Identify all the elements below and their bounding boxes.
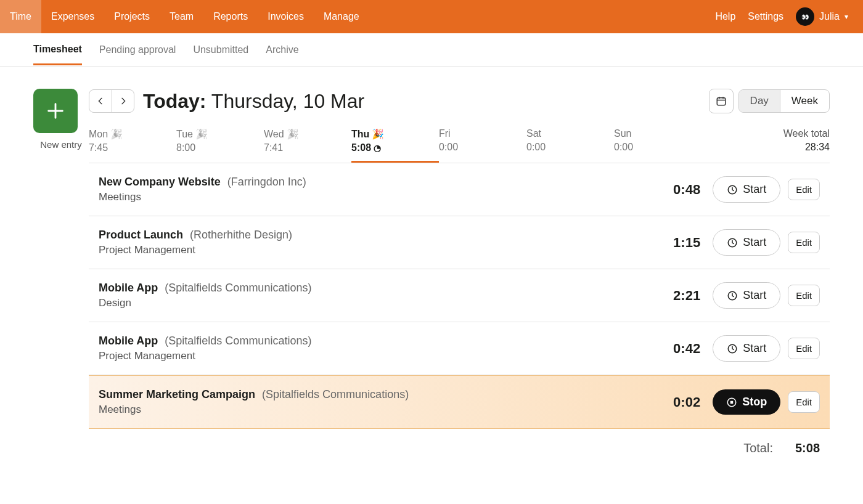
time-entry-row: Summer Marketing Campaign (Spitalfields … <box>89 375 830 429</box>
time-entry-row: New Company Website (Farringdon Inc) Mee… <box>89 163 830 216</box>
weekday-tabs: Mon🎉7:45Tue🎉8:00Wed🎉7:41Thu🎉5:08◔Fri0:00… <box>89 128 830 163</box>
sub-nav: TimesheetPending approvalUnsubmittedArch… <box>0 33 863 67</box>
day-total-row: Total: 5:08 <box>89 429 830 468</box>
confetti-icon: 🎉 <box>195 129 208 139</box>
start-timer-button[interactable]: Start <box>713 176 780 203</box>
calendar-button[interactable] <box>709 89 734 113</box>
entry-duration: 1:15 <box>657 235 700 251</box>
timer-icon: ◔ <box>374 143 381 153</box>
tab-timesheet[interactable]: Timesheet <box>33 34 82 65</box>
edit-entry-button[interactable]: Edit <box>788 391 820 413</box>
total-value: 5:08 <box>795 441 820 455</box>
clock-icon <box>727 184 738 195</box>
confetti-icon: 🎉 <box>287 129 299 139</box>
nav-item-projects[interactable]: Projects <box>104 0 160 33</box>
nav-item-invoices[interactable]: Invoices <box>258 0 314 33</box>
entry-project: Product Launch <box>99 229 183 241</box>
top-nav: TimeExpensesProjectsTeamReportsInvoicesM… <box>0 0 863 33</box>
entry-task: Meetings <box>99 191 657 203</box>
time-entry-row: Mobile App (Spitalfields Communications)… <box>89 269 830 322</box>
new-entry-label: New entry <box>33 139 89 150</box>
page-title: Today: Thursday, 10 Mar <box>143 90 364 113</box>
nav-item-time[interactable]: Time <box>0 0 41 33</box>
view-day-button[interactable]: Day <box>739 90 780 112</box>
entry-project: New Company Website <box>99 176 221 188</box>
entry-project: Mobile App <box>99 335 158 347</box>
clock-icon <box>727 237 738 248</box>
weekday-sat[interactable]: Sat0:00 <box>526 128 614 163</box>
nav-item-team[interactable]: Team <box>160 0 203 33</box>
stop-icon <box>726 397 737 408</box>
weekday-fri[interactable]: Fri0:00 <box>439 128 526 163</box>
entry-task: Project Management <box>99 350 657 362</box>
next-day-button[interactable] <box>112 90 134 112</box>
new-entry-button[interactable] <box>33 89 78 133</box>
nav-item-reports[interactable]: Reports <box>203 0 258 33</box>
user-name: Julia <box>819 11 840 22</box>
entry-duration: 0:42 <box>657 341 700 357</box>
edit-entry-button[interactable]: Edit <box>788 232 820 253</box>
edit-entry-button[interactable]: Edit <box>788 179 820 200</box>
entry-client: (Spitalfields Communications) <box>162 282 311 294</box>
tab-pending-approval[interactable]: Pending approval <box>99 35 176 65</box>
entry-client: (Farringdon Inc) <box>224 176 306 188</box>
svg-rect-0 <box>717 98 726 105</box>
help-link[interactable]: Help <box>715 11 735 22</box>
week-total: Week total28:34 <box>783 128 830 163</box>
time-entry-row: Product Launch (Rotherhithe Design) Proj… <box>89 216 830 269</box>
user-menu[interactable]: 👀 Julia ▾ <box>796 7 848 26</box>
view-week-button[interactable]: Week <box>780 90 829 112</box>
entry-task: Meetings <box>99 404 657 416</box>
entry-task: Project Management <box>99 244 657 256</box>
avatar: 👀 <box>796 7 814 26</box>
tab-unsubmitted[interactable]: Unsubmitted <box>193 35 248 65</box>
entry-duration: 0:02 <box>657 394 700 410</box>
calendar-icon <box>716 96 727 107</box>
view-toggle: Day Week <box>738 89 830 113</box>
start-timer-button[interactable]: Start <box>713 229 780 256</box>
entry-duration: 0:48 <box>657 182 700 198</box>
settings-link[interactable]: Settings <box>748 11 783 22</box>
nav-item-manage[interactable]: Manage <box>314 0 369 33</box>
start-timer-button[interactable]: Start <box>713 335 780 362</box>
weekday-tue[interactable]: Tue🎉8:00 <box>176 128 264 163</box>
time-entry-row: Mobile App (Spitalfields Communications)… <box>89 322 830 375</box>
entry-client: (Spitalfields Communications) <box>162 335 311 347</box>
total-label: Total: <box>743 441 773 455</box>
plus-icon <box>45 100 66 121</box>
clock-icon <box>727 290 738 301</box>
entry-project: Summer Marketing Campaign <box>99 388 255 400</box>
entry-task: Design <box>99 297 657 309</box>
svg-rect-6 <box>730 400 734 404</box>
entry-project: Mobile App <box>99 282 158 294</box>
entry-duration: 2:21 <box>657 288 700 304</box>
edit-entry-button[interactable]: Edit <box>788 338 820 359</box>
confetti-icon: 🎉 <box>110 129 123 139</box>
chevron-down-icon: ▾ <box>845 12 848 21</box>
weekday-wed[interactable]: Wed🎉7:41 <box>264 128 351 163</box>
date-nav-arrows <box>89 89 134 113</box>
confetti-icon: 🎉 <box>372 129 384 139</box>
weekday-sun[interactable]: Sun0:00 <box>614 128 701 163</box>
entry-client: (Rotherhithe Design) <box>187 229 292 241</box>
time-entries: New Company Website (Farringdon Inc) Mee… <box>89 163 830 429</box>
prev-day-button[interactable] <box>89 90 112 112</box>
weekday-mon[interactable]: Mon🎉7:45 <box>89 128 176 163</box>
date-row: Today: Thursday, 10 Mar Day Week <box>89 89 830 113</box>
tab-archive[interactable]: Archive <box>266 35 298 65</box>
weekday-thu[interactable]: Thu🎉5:08◔ <box>351 128 439 163</box>
edit-entry-button[interactable]: Edit <box>788 285 820 306</box>
stop-timer-button[interactable]: Stop <box>713 389 780 415</box>
entry-client: (Spitalfields Communications) <box>259 388 409 400</box>
clock-icon <box>727 343 738 354</box>
nav-item-expenses[interactable]: Expenses <box>41 0 104 33</box>
start-timer-button[interactable]: Start <box>713 282 780 309</box>
